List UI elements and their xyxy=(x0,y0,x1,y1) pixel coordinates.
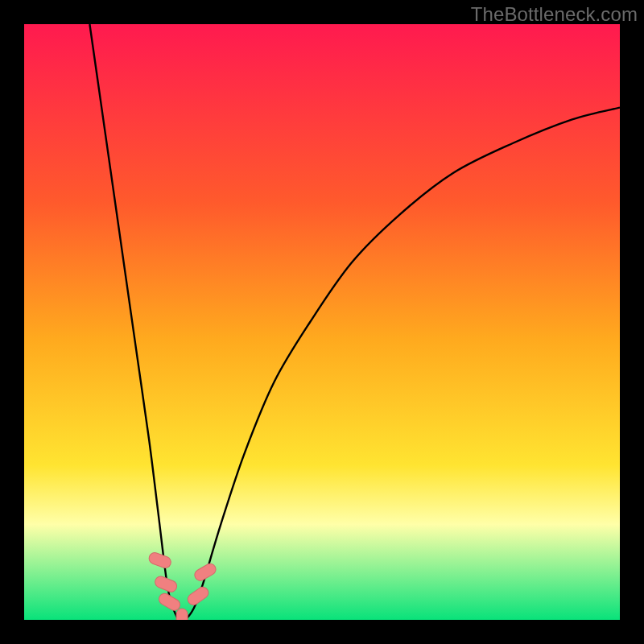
watermark-text: TheBottleneck.com xyxy=(471,3,638,26)
frame-bottom xyxy=(0,620,644,644)
frame-left xyxy=(0,0,24,644)
plot-area xyxy=(24,24,620,620)
trough-marker-3 xyxy=(176,609,188,620)
bottleneck-chart xyxy=(24,24,620,620)
frame-right xyxy=(620,0,644,644)
gradient-background xyxy=(24,24,620,620)
